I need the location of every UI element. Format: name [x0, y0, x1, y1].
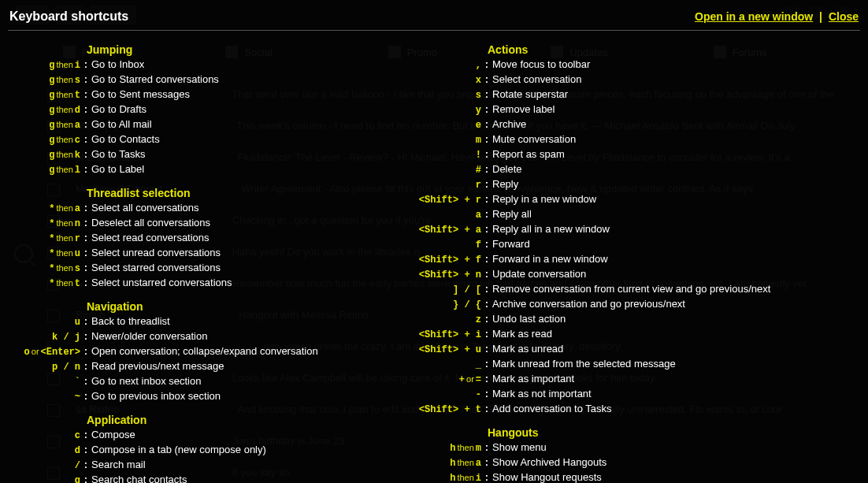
shortcut-desc: Mark as unread [492, 342, 563, 356]
open-new-window-link[interactable]: Open in a new window [695, 10, 813, 23]
left-column: Jumping gtheni:Go to Inboxgthens:Go to S… [8, 42, 406, 483]
shortcut-desc: Go to previous inbox section [91, 389, 221, 403]
shortcut-row: e:Archive [406, 117, 855, 132]
shortcut-row: c:Compose [8, 428, 406, 443]
shortcut-keys: +or= [406, 372, 481, 387]
shortcut-desc: Go to All mail [91, 117, 152, 132]
shortcut-row: hthenm:Show menu [406, 440, 855, 455]
shortcut-row: <Shift> + i:Mark as read [406, 327, 855, 342]
shortcut-keys: gthena [8, 117, 80, 132]
section-application: Application [87, 414, 406, 426]
shortcut-keys: <Shift> + u [406, 343, 481, 357]
shortcut-desc: Open conversation; collapse/expand conve… [91, 344, 318, 359]
colon: : [481, 162, 492, 176]
shortcut-keys: gthend [8, 102, 80, 117]
shortcut-keys: <Shift> + i [406, 328, 481, 342]
shortcut-keys: ` [8, 375, 80, 389]
shortcut-desc: Reply all [492, 207, 532, 221]
colon: : [80, 389, 91, 403]
shortcut-row: *thens:Select starred conversations [8, 261, 406, 276]
colon: : [481, 342, 492, 356]
shortcut-row: #:Delete [406, 162, 855, 177]
shortcut-desc: Remove conversation from current view an… [492, 282, 770, 296]
shortcut-desc: Archive conversation and go previous/nex… [492, 297, 685, 311]
colon: : [481, 222, 492, 236]
colon: : [80, 374, 91, 388]
shortcut-desc: Go to Sent messages [91, 87, 190, 102]
shortcut-keys: - [406, 388, 481, 402]
shortcut-row: /:Search mail [8, 458, 406, 473]
colon: : [481, 237, 492, 251]
colon: : [481, 297, 492, 311]
shortcut-desc: Go to Tasks [91, 147, 145, 162]
colon: : [80, 246, 91, 260]
shortcut-keys: gthent [8, 87, 80, 102]
shortcut-desc: Back to threadlist [91, 314, 170, 329]
close-link[interactable]: Close [829, 10, 859, 23]
shortcut-desc: Rotate superstar [492, 87, 568, 102]
shortcut-desc: Move focus to toolbar [492, 58, 590, 72]
shortcut-row: *thenu:Select unread conversations [8, 246, 406, 261]
shortcut-keys: , [406, 58, 481, 72]
colon: : [481, 102, 492, 117]
colon: : [80, 473, 91, 483]
shortcut-row: x:Select conversation [406, 72, 855, 87]
colon: : [80, 72, 91, 87]
right-column: Actions ,:Move focus to toolbarx:Select … [406, 42, 855, 483]
shortcut-keys: ! [406, 148, 481, 162]
shortcut-keys: gtheni [8, 58, 80, 72]
colon: : [80, 314, 91, 329]
colon: : [80, 231, 91, 245]
shortcut-desc: Select all conversations [91, 201, 199, 215]
shortcut-desc: Mark unread from the selected message [492, 357, 676, 371]
shortcut-row: gthenl:Go to Label [8, 162, 406, 177]
overlay-title: Keyboard shortcuts [9, 9, 128, 24]
shortcut-desc: Go to Starred conversations [91, 72, 219, 87]
shortcut-keys: _ [406, 358, 481, 372]
shortcut-desc: Show Archived Hangouts [492, 455, 606, 470]
shortcut-desc: Go to next inbox section [91, 374, 201, 388]
colon: : [481, 327, 492, 341]
colon: : [80, 276, 91, 290]
shortcut-desc: Go to Drafts [91, 102, 147, 117]
shortcut-row: <Shift> + n:Update conversation [406, 267, 855, 282]
shortcut-row: ~:Go to previous inbox section [8, 389, 406, 404]
shortcut-keys: s [406, 88, 481, 102]
shortcut-row: u:Back to threadlist [8, 314, 406, 329]
colon: : [481, 402, 492, 416]
shortcut-keys: *thenr [8, 231, 80, 246]
shortcut-keys: gthens [8, 72, 80, 87]
shortcut-keys: z [406, 313, 481, 327]
shortcut-desc: Go to Inbox [91, 58, 144, 72]
colon: : [481, 207, 492, 221]
shortcut-keys: ~ [8, 390, 80, 404]
shortcut-desc: Show menu [492, 440, 547, 455]
shortcut-keys: e [406, 118, 481, 132]
colon: : [481, 267, 492, 281]
shortcut-desc: Reply in a new window [492, 192, 596, 206]
shortcut-row: a:Reply all [406, 207, 855, 222]
shortcut-keys: hthenm [406, 440, 481, 455]
colon: : [481, 132, 492, 147]
shortcut-row: <Shift> + a:Reply all in a new window [406, 222, 855, 237]
shortcut-desc: Select conversation [492, 72, 581, 87]
colon: : [80, 162, 91, 176]
shortcut-row: +or=:Mark as important [406, 372, 855, 387]
shortcut-row: m:Mute conversation [406, 132, 855, 147]
shortcut-desc: Read previous/next message [91, 359, 224, 373]
colon: : [80, 261, 91, 275]
shortcut-keys: p / n [8, 360, 80, 374]
shortcut-keys: *thenn [8, 216, 80, 231]
shortcut-row: <Shift> + t:Add conversation to Tasks [406, 402, 855, 417]
colon: : [481, 470, 492, 483]
colon: : [80, 443, 91, 457]
shortcut-row: gthenk:Go to Tasks [8, 147, 406, 162]
shortcut-keys: d [8, 444, 80, 458]
shortcut-desc: Deselect all conversations [91, 216, 210, 230]
shortcut-row: gthend:Go to Drafts [8, 102, 406, 117]
shortcut-desc: Go to Contacts [91, 132, 160, 147]
shortcut-row: _:Mark unread from the selected message [406, 357, 855, 372]
shortcut-row: <Shift> + f:Forward in a new window [406, 252, 855, 267]
shortcut-desc: Mute conversation [492, 132, 576, 147]
shortcut-desc: Forward in a new window [492, 252, 608, 266]
